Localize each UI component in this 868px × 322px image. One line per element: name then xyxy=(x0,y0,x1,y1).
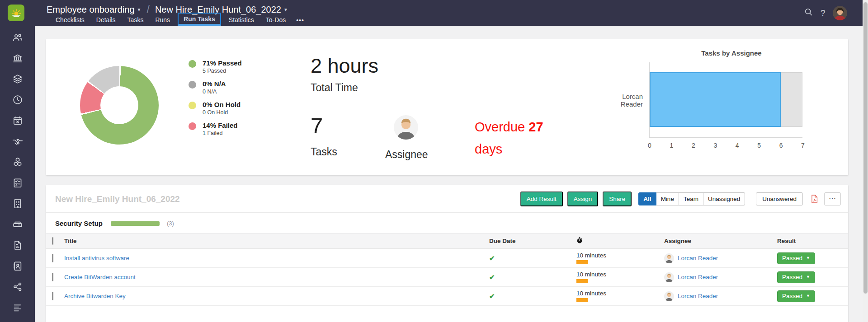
assignee-cell: Lorcan Reader xyxy=(664,253,777,263)
share-network-icon[interactable] xyxy=(12,281,24,293)
result-label: Passed xyxy=(782,255,802,261)
legend-item-passed: 71% Passed 5 Passed xyxy=(189,59,242,74)
tab-run-tasks[interactable]: Run Tasks xyxy=(178,13,221,26)
result-dropdown-button[interactable]: Passed▼ xyxy=(777,271,815,283)
assignee-cell: Lorcan Reader xyxy=(664,291,777,301)
result-dropdown-button[interactable]: Passed▼ xyxy=(777,290,815,302)
legend-item-on-hold: 0% On Hold 0 On Hold xyxy=(189,101,242,116)
assign-button[interactable]: Assign xyxy=(567,191,599,206)
layers-icon[interactable] xyxy=(12,73,24,85)
time-cell: 10 minutes xyxy=(576,290,664,302)
more-options-button[interactable]: ⋯ xyxy=(824,192,841,205)
clock-icon[interactable] xyxy=(12,94,24,106)
assignee-cell: Lorcan Reader xyxy=(664,272,777,282)
x-axis-tick-label: 4 xyxy=(736,142,739,149)
assignee-avatar-small xyxy=(664,291,674,301)
bank-icon[interactable] xyxy=(12,52,24,64)
clipboard-list-icon[interactable] xyxy=(12,177,24,189)
tab-checklists[interactable]: Checklists xyxy=(50,14,90,26)
top-right-icons: ? xyxy=(804,0,847,26)
legend-pct: 0% On Hold xyxy=(203,101,241,108)
unanswered-filter-button[interactable]: Unanswered xyxy=(756,192,803,205)
cubes-icon[interactable] xyxy=(12,156,24,168)
passed-dot xyxy=(189,60,196,68)
tab-runs[interactable]: Runs xyxy=(149,14,176,26)
result-label: Passed xyxy=(782,293,802,299)
assignee-avatar-small xyxy=(664,272,674,282)
tabs-overflow-button[interactable]: ••• xyxy=(292,15,309,26)
building-icon[interactable] xyxy=(12,198,24,210)
run-title: New Hire_Emily Hunt_06_2022 xyxy=(55,194,180,204)
overdue-prefix: Overdue xyxy=(475,120,525,134)
server-icon[interactable] xyxy=(12,219,24,230)
tab-statistics[interactable]: Statistics xyxy=(223,14,260,26)
tab-bar: Checklists Details Tasks Runs Run Tasks … xyxy=(50,13,309,26)
donut-legend: 71% Passed 5 Passed 0% N/A 0 N/A 0% On H… xyxy=(189,59,242,142)
users-icon[interactable] xyxy=(12,32,24,43)
text-lines-icon[interactable] xyxy=(12,302,24,313)
app-logo[interactable] xyxy=(8,5,24,21)
tab-details[interactable]: Details xyxy=(90,14,122,26)
legend-pct: 71% Passed xyxy=(203,59,242,67)
task-count-label: Tasks xyxy=(311,146,337,158)
scrollbar-thumb[interactable] xyxy=(863,2,868,294)
task-duration-label: 10 minutes xyxy=(576,271,664,278)
assignee-link[interactable]: Lorcan Reader xyxy=(678,255,718,261)
task-duration-label: 10 minutes xyxy=(576,290,664,297)
section-progress-bar xyxy=(111,221,160,226)
legend-sub: 0 On Hold xyxy=(203,109,241,116)
pdf-export-icon[interactable] xyxy=(810,194,819,204)
share-button[interactable]: Share xyxy=(603,191,632,206)
chevron-down-icon: ▼ xyxy=(806,256,810,260)
chart-plot-area xyxy=(649,62,802,138)
sidebar-nav xyxy=(0,32,35,313)
assignee-avatar[interactable] xyxy=(394,115,418,140)
col-due-date: Due Date xyxy=(489,238,576,244)
chart-category-label: Lorcan Reader xyxy=(606,93,649,108)
section-task-count: (3) xyxy=(167,220,174,227)
result-dropdown-button[interactable]: Passed▼ xyxy=(777,252,815,264)
tasks-by-assignee-chart: Tasks by Assignee Lorcan Reader 01234567 xyxy=(606,49,814,151)
assignee-link[interactable]: Lorcan Reader xyxy=(678,274,718,280)
due-date-check-icon: ✔ xyxy=(489,292,576,300)
row-checkbox[interactable] xyxy=(52,292,53,300)
filter-team[interactable]: Team xyxy=(679,192,703,205)
chevron-down-icon: ▼ xyxy=(806,294,810,298)
task-title-link[interactable]: Install antivirus software xyxy=(64,255,489,261)
legend-sub: 0 N/A xyxy=(203,89,226,95)
chevron-down-icon[interactable]: ▼ xyxy=(137,7,142,12)
assignee-link[interactable]: Lorcan Reader xyxy=(678,293,718,299)
time-cell: 10 minutes xyxy=(576,252,664,264)
tab-tasks[interactable]: Tasks xyxy=(122,14,150,26)
duration-bar xyxy=(576,260,588,264)
overdue-warning: Overdue 27 days xyxy=(475,116,552,160)
table-row: Archive Bitwarden Key ✔ 10 minutes Lorca… xyxy=(46,287,848,306)
chevron-down-icon[interactable]: ▼ xyxy=(283,7,288,12)
donut-chart xyxy=(80,66,159,145)
select-all-checkbox[interactable] xyxy=(52,237,53,245)
task-title-link[interactable]: Archive Bitwarden Key xyxy=(64,293,489,299)
filter-all[interactable]: All xyxy=(638,192,656,205)
user-avatar[interactable] xyxy=(833,6,847,20)
filter-unassigned[interactable]: Unassigned xyxy=(703,192,745,205)
tab-to-dos[interactable]: To-Dos xyxy=(260,14,292,26)
filter-segmented-control: All Mine Team Unassigned xyxy=(638,192,745,205)
calendar-x-icon[interactable] xyxy=(12,115,24,126)
task-table-body: Install antivirus software ✔ 10 minutes … xyxy=(46,249,848,306)
add-result-button[interactable]: Add Result xyxy=(520,191,563,206)
legend-sub: 5 Passed xyxy=(203,68,242,74)
row-checkbox[interactable] xyxy=(52,273,53,281)
row-checkbox[interactable] xyxy=(52,254,53,262)
address-book-icon[interactable] xyxy=(12,260,24,272)
document-icon[interactable] xyxy=(12,239,24,251)
filter-mine[interactable]: Mine xyxy=(656,192,679,205)
col-result: Result xyxy=(777,238,848,244)
page-scrollbar xyxy=(863,0,868,322)
help-icon[interactable]: ? xyxy=(821,8,826,18)
task-title-link[interactable]: Create BitWarden account xyxy=(64,274,489,280)
legend-sub: 1 Failed xyxy=(203,130,238,136)
handshake-icon[interactable] xyxy=(12,135,24,147)
search-icon[interactable] xyxy=(804,7,813,19)
section-row: Security Setup (3) xyxy=(46,212,848,233)
x-axis-tick-label: 0 xyxy=(648,142,651,149)
